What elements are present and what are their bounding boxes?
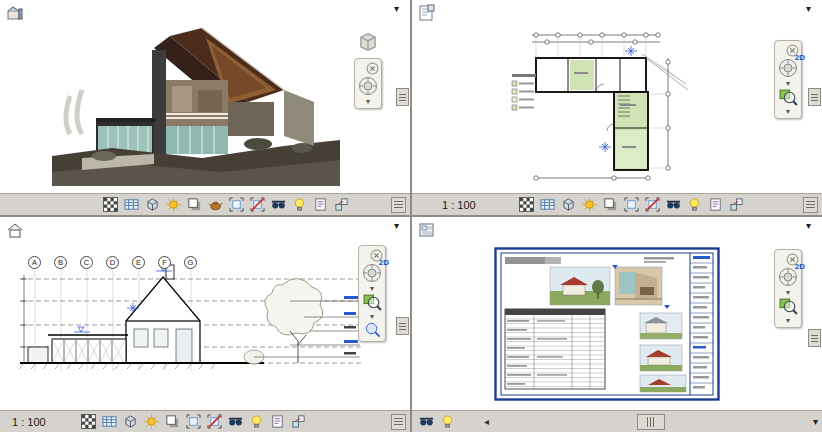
render-icon[interactable] — [207, 196, 224, 213]
hide-isolate-icon[interactable] — [270, 196, 287, 213]
scrollbar-grip[interactable] — [808, 329, 821, 347]
wheel-dropdown-icon[interactable]: ▾ — [786, 80, 790, 87]
wheel-dropdown-icon[interactable]: ▾ — [366, 98, 370, 105]
crop-icon[interactable] — [185, 413, 202, 430]
view-3d-icon[interactable] — [6, 4, 24, 22]
scale-button[interactable]: 1 : 100 — [442, 199, 476, 211]
zoom-button[interactable] — [779, 88, 798, 107]
wheel-dropdown-icon[interactable]: ▾ — [786, 289, 790, 296]
3d-house-drawing — [52, 26, 340, 186]
viewport-3d[interactable]: ▾ ▾ — [0, 0, 410, 215]
sun-icon[interactable] — [581, 196, 598, 213]
resize-grip[interactable] — [391, 197, 406, 213]
view-control-bar: ◂ ▾ — [412, 410, 822, 432]
view-toolbar — [80, 413, 307, 430]
grid-bubble: D — [106, 256, 119, 269]
crop-icon[interactable] — [623, 196, 640, 213]
visual-style-icon[interactable] — [144, 196, 161, 213]
scrollbar-grip[interactable] — [396, 317, 409, 335]
scroll-left-icon[interactable]: ◂ — [484, 416, 489, 427]
crop-visibility-icon[interactable] — [206, 413, 223, 430]
shadows-icon[interactable] — [164, 413, 181, 430]
scroll-arrow-icon[interactable]: ▾ — [394, 220, 399, 232]
zoom-button[interactable] — [779, 297, 798, 316]
crop-visibility-icon[interactable] — [644, 196, 661, 213]
displacement-icon[interactable] — [728, 196, 745, 213]
app-window: { "colors": { "chrome": "#d6d3ce", "chro… — [0, 0, 822, 432]
horizontal-scrollbar[interactable] — [493, 414, 805, 430]
wheel-dropdown-icon[interactable]: ▾ — [370, 285, 374, 292]
navigation-bar: ▾ — [354, 58, 382, 109]
scale-icon[interactable] — [102, 196, 119, 213]
viewcube-icon[interactable] — [356, 30, 380, 54]
grid-bubble: E — [132, 256, 145, 269]
sun-icon[interactable] — [143, 413, 160, 430]
steering-wheel-button[interactable]: 2D — [777, 57, 799, 79]
sun-icon[interactable] — [165, 196, 182, 213]
view-properties-icon[interactable] — [312, 196, 329, 213]
detail-level-icon[interactable] — [539, 196, 556, 213]
elevation-view-icon[interactable] — [6, 221, 24, 239]
steering-wheel-button[interactable]: 2D — [777, 266, 799, 288]
shadows-icon[interactable] — [602, 196, 619, 213]
crop-icon[interactable] — [228, 196, 245, 213]
navigation-bar: 2D ▾ ▾ — [774, 249, 802, 328]
sheet-view-icon[interactable] — [418, 221, 436, 239]
scale-button[interactable]: 1 : 100 — [12, 416, 46, 428]
resize-grip[interactable] — [803, 197, 818, 213]
floor-plan-drawing — [510, 28, 702, 186]
viewport-elevation[interactable]: ABCDEFG ▾ 2D ▾ ▾ 1 : 100 — [0, 217, 410, 432]
reveal-hidden-icon[interactable] — [291, 196, 308, 213]
displacement-icon[interactable] — [333, 196, 350, 213]
grid-bubble: A — [28, 256, 41, 269]
view-toolbar — [102, 196, 350, 213]
reveal-hidden-icon[interactable] — [248, 413, 265, 430]
zoom-button[interactable] — [363, 293, 382, 312]
grid-bubble: F — [158, 256, 171, 269]
scale-icon[interactable] — [80, 413, 97, 430]
scroll-down-icon[interactable]: ▾ — [813, 416, 818, 427]
viewport-sheet[interactable]: ▾ 2D ▾ ▾ ◂ ▾ — [412, 217, 822, 432]
grid-bubble: G — [184, 256, 197, 269]
grid-bubble: B — [54, 256, 67, 269]
steering-wheel-button[interactable] — [357, 75, 379, 97]
crop-visibility-icon[interactable] — [249, 196, 266, 213]
grid-bubble-row: ABCDEFG — [28, 256, 197, 269]
scroll-arrow-icon[interactable]: ▾ — [394, 3, 399, 15]
plan-view-icon[interactable] — [418, 4, 436, 22]
zoom-dropdown-icon[interactable]: ▾ — [786, 108, 790, 115]
navigation-bar: 2D ▾ ▾ — [358, 245, 386, 342]
grid-bubble: C — [80, 256, 93, 269]
navigation-bar: 2D ▾ ▾ — [774, 40, 802, 119]
steering-wheel-button[interactable]: 2D — [361, 262, 383, 284]
wheel-2d-label: 2D — [379, 258, 389, 267]
visual-style-icon[interactable] — [560, 196, 577, 213]
detail-level-icon[interactable] — [123, 196, 140, 213]
visual-style-icon[interactable] — [122, 413, 139, 430]
scroll-arrow-icon[interactable]: ▾ — [806, 220, 811, 232]
reveal-hidden-icon[interactable] — [439, 413, 456, 430]
view-properties-icon[interactable] — [269, 413, 286, 430]
zoom-dropdown-icon[interactable]: ▾ — [786, 317, 790, 324]
detail-level-icon[interactable] — [101, 413, 118, 430]
close-icon[interactable] — [366, 61, 379, 74]
wheel-2d-label: 2D — [795, 53, 805, 62]
scrollbar-grip[interactable] — [396, 88, 409, 106]
view-control-bar: 1 : 100 — [0, 410, 410, 432]
hide-isolate-icon[interactable] — [227, 413, 244, 430]
scale-icon[interactable] — [518, 196, 535, 213]
zoom-region-icon[interactable] — [364, 321, 381, 338]
hide-isolate-icon[interactable] — [665, 196, 682, 213]
scrollbar-grip[interactable] — [808, 88, 821, 106]
horizontal-scroll-thumb[interactable] — [637, 414, 665, 430]
displacement-icon[interactable] — [290, 413, 307, 430]
view-properties-icon[interactable] — [707, 196, 724, 213]
viewport-plan[interactable]: ▾ 2D ▾ ▾ 1 : 100 — [412, 0, 822, 215]
reveal-hidden-icon[interactable] — [686, 196, 703, 213]
hide-isolate-icon[interactable] — [418, 413, 435, 430]
resize-grip[interactable] — [391, 414, 406, 430]
scroll-arrow-icon[interactable]: ▾ — [806, 3, 811, 15]
zoom-dropdown-icon[interactable]: ▾ — [370, 313, 374, 320]
shadows-icon[interactable] — [186, 196, 203, 213]
view-toolbar — [418, 413, 456, 430]
